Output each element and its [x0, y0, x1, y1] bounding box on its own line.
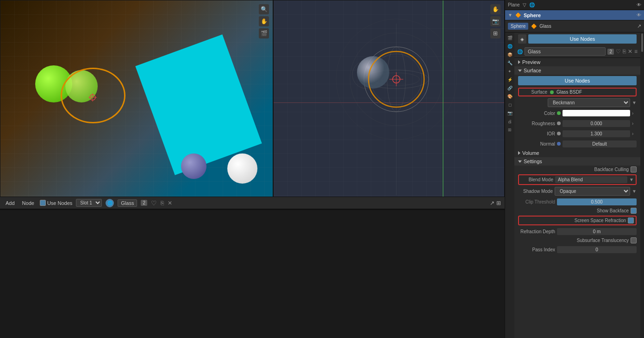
shadow-mode-label: Shadow Mode	[518, 189, 553, 194]
surface-section-header[interactable]: Surface	[514, 66, 640, 75]
pass-index-row: Pass Index 0	[514, 244, 640, 255]
eye-icon-top[interactable]: 👁	[637, 2, 641, 7]
color-arrow: ›	[632, 111, 637, 116]
material-name-input[interactable]	[525, 47, 606, 56]
node-connections	[0, 210, 505, 338]
pass-index-label: Pass Index	[518, 247, 555, 252]
object-icon[interactable]: 📦	[506, 51, 513, 58]
node-toolbar-right: ↗ ⊞	[490, 200, 501, 206]
normal-value[interactable]: Default	[563, 140, 637, 147]
left-panel: 🔍 ✋ 🎬	[0, 0, 505, 338]
scene-sphere-small	[181, 153, 206, 179]
settings-title: Settings	[524, 159, 542, 164]
unlink-icon[interactable]: ✕	[168, 200, 172, 206]
world-icon[interactable]: 🌐	[506, 43, 513, 50]
scene-sphere-white	[227, 153, 257, 184]
data-icon[interactable]: ◻	[506, 101, 513, 108]
refraction-depth-value[interactable]: 0 m	[557, 228, 637, 235]
hand-icon[interactable]: ✋	[259, 16, 269, 26]
particles-icon[interactable]: ✦	[506, 68, 513, 75]
mat-extra[interactable]: ≡	[634, 48, 638, 55]
dist-arrow: ▼	[632, 100, 637, 105]
constraints-icon[interactable]: 🔗	[506, 84, 513, 92]
node-editor-toolbar: Add Node Use Nodes Slot 1 🌐 Glass 2 ♡ ⎘ …	[0, 197, 505, 209]
viewport-right[interactable]: ✋ 📷 ⊞	[273, 0, 505, 197]
clip-threshold-value[interactable]: 0.500	[557, 198, 637, 205]
preview-section-header[interactable]: Preview	[514, 58, 640, 66]
ior-label: IOR	[518, 131, 555, 136]
blend-mode-dropdown-arrow: ▼	[629, 177, 634, 182]
mat-unlink[interactable]: ✕	[628, 48, 632, 55]
roughness-row: Roughness 0.000 ›	[514, 118, 640, 128]
pin-icon[interactable]: ↗	[490, 200, 494, 206]
scrollbar-thumb[interactable]	[641, 33, 643, 52]
mat-num-badge: 2	[607, 49, 614, 55]
eye-icon-sphere[interactable]: 👁	[637, 13, 641, 18]
render-icon[interactable]: 📷	[506, 109, 513, 117]
rv-wireframe	[274, 0, 504, 197]
add-menu[interactable]: Add	[4, 199, 17, 207]
normal-label: Normal	[518, 141, 555, 147]
sidebar-pin-icon[interactable]: ↗	[637, 23, 641, 29]
distribution-dropdown[interactable]: Beckmann	[548, 98, 630, 107]
material-num: 2	[141, 200, 147, 206]
use-nodes-checkbox[interactable]: Use Nodes	[40, 200, 72, 206]
blend-mode-label: Blend Mode	[521, 177, 553, 182]
physics-icon[interactable]: ⚡	[506, 76, 513, 83]
show-backface-checkbox[interactable]	[631, 208, 637, 214]
node-menu[interactable]: Node	[20, 199, 36, 207]
roughness-value[interactable]: 0.000	[563, 120, 630, 127]
surface-bsdf-row[interactable]: Surface Glass BSDF	[518, 88, 637, 96]
surface-use-nodes-button[interactable]: Use Nodes	[518, 76, 637, 85]
viewports-row: 🔍 ✋ 🎬	[0, 0, 505, 197]
sphere-btn[interactable]: Sphere	[508, 23, 528, 30]
blend-mode-value[interactable]: Alpha Blend	[555, 176, 627, 183]
roughness-label: Roughness	[518, 121, 555, 126]
zoom-icon[interactable]: 🔍	[259, 4, 269, 14]
scene-icon[interactable]: 🎬	[506, 34, 513, 42]
scrollbar-area	[640, 32, 644, 338]
camera-icon[interactable]: 🎬	[259, 28, 269, 38]
refraction-depth-row: Refraction Depth 0 m	[514, 226, 640, 236]
slot-selector[interactable]: Slot 1	[76, 199, 102, 207]
node-editor[interactable]: ▼ Glass BSDF BSDF Beckmann	[0, 209, 505, 338]
sphere-tab-bar: ▼ 🔶 Sphere 👁	[505, 10, 644, 20]
bsdf-dot	[550, 90, 554, 94]
ior-row: IOR 1.300 ›	[514, 128, 640, 139]
copy-icon[interactable]: ⎘	[161, 200, 164, 206]
ssr-checkbox[interactable]	[628, 217, 634, 223]
shadow-mode-row: Shadow Mode Opaque ▼	[514, 186, 640, 197]
viewport-left[interactable]: 🔍 ✋ 🎬	[0, 0, 273, 197]
normal-dot	[557, 142, 561, 146]
modifier-icon[interactable]: 🔧	[506, 59, 513, 67]
use-nodes-button[interactable]: Use Nodes	[528, 34, 637, 44]
backface-culling-row: Backface Culling	[514, 166, 640, 173]
volume-section-header[interactable]: Volume	[514, 149, 640, 157]
settings-section-header[interactable]: Settings	[514, 157, 640, 166]
material-name[interactable]: Glass	[118, 199, 137, 207]
grid-icon-right[interactable]: ⊞	[490, 28, 500, 38]
main-layout: 🔍 ✋ 🎬	[0, 0, 644, 338]
subsurface-translucency-checkbox[interactable]	[631, 237, 637, 243]
color-swatch-main[interactable]	[563, 110, 630, 116]
pass-index-value[interactable]: 0	[557, 246, 637, 253]
backface-culling-checkbox[interactable]	[631, 166, 637, 172]
view-layer-icon[interactable]: ⊞	[506, 126, 513, 134]
node-canvas: ▼ Glass BSDF BSDF Beckmann	[0, 210, 505, 338]
surface-label: Surface	[522, 89, 547, 95]
material-icon[interactable]: 🎨	[506, 93, 513, 100]
output-icon[interactable]: 🖨	[506, 118, 513, 125]
shadow-mode-dropdown[interactable]: Opaque	[555, 187, 630, 196]
show-backface-row: Show Backface	[514, 207, 640, 215]
material-selector: 🌐 2 ♡ ⎘ ✕ ≡	[514, 45, 640, 58]
properties-panel: ◈ Use Nodes 🌐 2 ♡ ⎘ ✕ ≡ Preview	[514, 32, 640, 338]
glass-label-top[interactable]: Glass	[539, 24, 551, 29]
backface-culling-label: Backface Culling	[518, 167, 629, 172]
ssr-row: Screen Space Refraction	[518, 216, 637, 225]
layout-icon[interactable]: ⊞	[496, 200, 501, 206]
mat-copy[interactable]: ⎘	[623, 48, 626, 55]
roughness-arrow: ›	[632, 121, 637, 126]
hand-icon-right[interactable]: ✋	[490, 4, 500, 14]
ior-value[interactable]: 1.300	[563, 130, 630, 137]
cam-icon-right[interactable]: 📷	[490, 16, 500, 26]
